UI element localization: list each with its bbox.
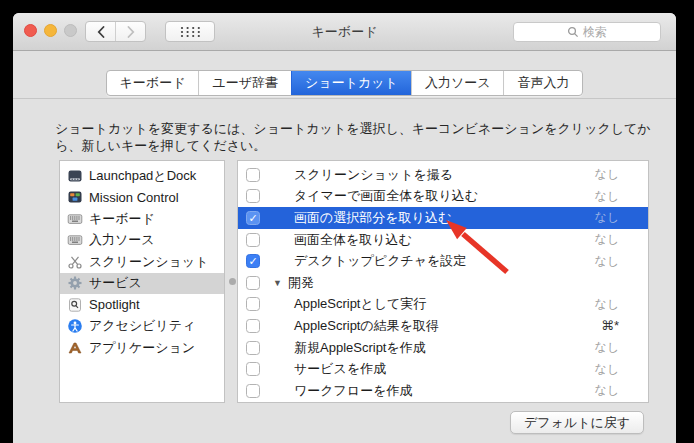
shortcut-key[interactable]: なし: [594, 231, 619, 248]
sidebar-item-label: Mission Control: [89, 190, 179, 205]
search-placeholder: 検索: [583, 24, 607, 41]
shortcut-key[interactable]: なし: [594, 361, 619, 378]
shortcut-row[interactable]: 画面全体を取り込む なし: [238, 229, 648, 251]
sidebar-item-mission-control[interactable]: Mission Control: [60, 187, 224, 209]
shortcut-key[interactable]: ⌘*: [601, 318, 619, 333]
sidebar-item-accessibility[interactable]: アクセシビリティ: [60, 316, 224, 338]
checkbox[interactable]: [246, 276, 260, 290]
sidebar-item-label: アプリケーション: [89, 339, 195, 357]
tab-shortcuts[interactable]: ショートカット: [291, 71, 411, 95]
shortcut-label: サービスを作成: [294, 360, 386, 378]
sidebar-item-screenshots[interactable]: スクリーンショット: [60, 251, 224, 273]
checkbox[interactable]: [246, 362, 260, 376]
restore-defaults-button[interactable]: デフォルトに戻す: [510, 411, 644, 434]
traffic-lights: [24, 24, 77, 37]
shortcut-list: スクリーンショットを撮る なし タイマーで画面全体を取り込む なし 画面の選択部…: [237, 160, 649, 403]
tab-keyboard[interactable]: キーボード: [107, 71, 199, 95]
checkbox[interactable]: [246, 168, 260, 182]
shortcut-group-row[interactable]: 開発: [238, 272, 648, 294]
shortcut-key[interactable]: なし: [594, 188, 619, 205]
tab-divider-line: [13, 98, 676, 99]
shortcut-row[interactable]: ワークフローを作成 なし: [238, 380, 648, 402]
shortcut-row[interactable]: 新規AppleScriptを作成 なし: [238, 337, 648, 359]
shortcut-key[interactable]: なし: [594, 382, 619, 399]
tab-bar: キーボード ユーザ辞書 ショートカット 入力ソース 音声入力: [106, 70, 584, 96]
input-source-icon: [67, 232, 83, 248]
shortcut-row-selected[interactable]: 画面の選択部分を取り込む なし: [238, 207, 648, 229]
shortcut-label: デスクトップピクチャを設定: [294, 252, 466, 270]
shortcut-row[interactable]: サービスを作成 なし: [238, 358, 648, 380]
shortcut-label: 画面全体を取り込む: [294, 231, 412, 249]
checkbox[interactable]: [246, 341, 260, 355]
shortcut-label: AppleScriptの結果を取得: [294, 317, 439, 335]
tab-input-sources[interactable]: 入力ソース: [411, 71, 504, 95]
disclosure-triangle-icon[interactable]: [273, 278, 282, 288]
sidebar-item-label: キーボード: [89, 210, 155, 228]
sidebar-item-label: LaunchpadとDock: [89, 167, 196, 185]
checkbox[interactable]: [246, 319, 260, 333]
search-icon: [567, 26, 579, 38]
checkbox[interactable]: [246, 297, 260, 311]
navigation-buttons: [85, 21, 146, 42]
screenshot-icon: [67, 254, 83, 270]
sidebar-item-label: サービス: [89, 274, 142, 292]
sidebar-item-label: Spotlight: [89, 297, 140, 312]
services-gear-icon: [67, 275, 83, 291]
zoom-button-disabled: [64, 24, 77, 37]
back-button[interactable]: [86, 22, 115, 41]
sidebar-item-label: スクリーンショット: [89, 253, 208, 271]
shortcut-label: 画面の選択部分を取り込む: [294, 209, 451, 227]
applications-icon: [67, 340, 83, 356]
chevron-left-icon: [97, 26, 105, 38]
spotlight-icon: [67, 297, 83, 313]
minimize-button[interactable]: [44, 24, 57, 37]
sidebar-item-spotlight[interactable]: Spotlight: [60, 294, 224, 316]
show-all-button[interactable]: [165, 21, 215, 42]
shortcut-label: スクリーンショットを撮る: [294, 166, 453, 184]
shortcut-label: 開発: [288, 274, 314, 292]
checkbox[interactable]: [246, 211, 260, 225]
shortcut-key[interactable]: なし: [594, 253, 619, 270]
checkbox[interactable]: [246, 384, 260, 398]
shortcut-category-list: LaunchpadとDock Mission Control キーボード 入力ソ…: [59, 160, 225, 403]
sidebar-item-services[interactable]: サービス: [60, 273, 224, 295]
titlebar: キーボード 検索: [13, 13, 676, 51]
checkbox[interactable]: [246, 233, 260, 247]
checkbox[interactable]: [246, 189, 260, 203]
chevron-right-icon: [127, 26, 135, 38]
system-preferences-window: キーボード 検索 キーボード ユーザ辞書 ショートカット 入力ソース 音声入力 …: [13, 13, 676, 443]
tab-user-dictionary[interactable]: ユーザ辞書: [198, 71, 291, 95]
shortcut-key[interactable]: なし: [594, 209, 619, 226]
shortcut-key[interactable]: なし: [594, 166, 619, 183]
shortcut-row[interactable]: スクリーンショットを撮る なし: [238, 164, 648, 186]
search-input[interactable]: 検索: [513, 22, 661, 42]
shortcut-row[interactable]: タイマーで画面全体を取り込む なし: [238, 186, 648, 208]
sidebar-item-keyboard[interactable]: キーボード: [60, 208, 224, 230]
tab-dictation[interactable]: 音声入力: [503, 71, 582, 95]
accessibility-icon: [67, 318, 83, 334]
shortcut-label: 新規AppleScriptを作成: [294, 339, 426, 357]
shortcut-label: AppleScriptとして実行: [294, 295, 426, 313]
scrollbar-dot: [229, 278, 236, 285]
shortcut-key[interactable]: なし: [594, 339, 619, 356]
dock-icon: [67, 168, 83, 184]
shortcut-row[interactable]: デスクトップピクチャを設定 なし: [238, 250, 648, 272]
shortcut-row[interactable]: AppleScriptとして実行 なし: [238, 294, 648, 316]
shortcut-row[interactable]: AppleScriptの結果を取得 ⌘*: [238, 315, 648, 337]
shortcut-label: タイマーで画面全体を取り込む: [294, 187, 478, 205]
sidebar-item-launchpad-dock[interactable]: LaunchpadとDock: [60, 165, 224, 187]
keyboard-icon: [67, 211, 83, 227]
sidebar-item-applications[interactable]: アプリケーション: [60, 337, 224, 359]
shortcut-label: ワークフローを作成: [294, 382, 413, 400]
mission-control-icon: [67, 189, 83, 205]
sidebar-item-label: アクセシビリティ: [89, 317, 195, 335]
sidebar-item-label: 入力ソース: [89, 231, 155, 249]
checkbox[interactable]: [246, 254, 260, 268]
close-button[interactable]: [24, 24, 37, 37]
sidebar-item-input-sources[interactable]: 入力ソース: [60, 230, 224, 252]
shortcut-key[interactable]: なし: [594, 296, 619, 313]
grid-icon: [180, 26, 201, 38]
forward-button[interactable]: [115, 22, 145, 41]
shortcuts-description: ショートカットを変更するには、ショートカットを選択し、キーコンビネーションをクリ…: [55, 121, 671, 154]
